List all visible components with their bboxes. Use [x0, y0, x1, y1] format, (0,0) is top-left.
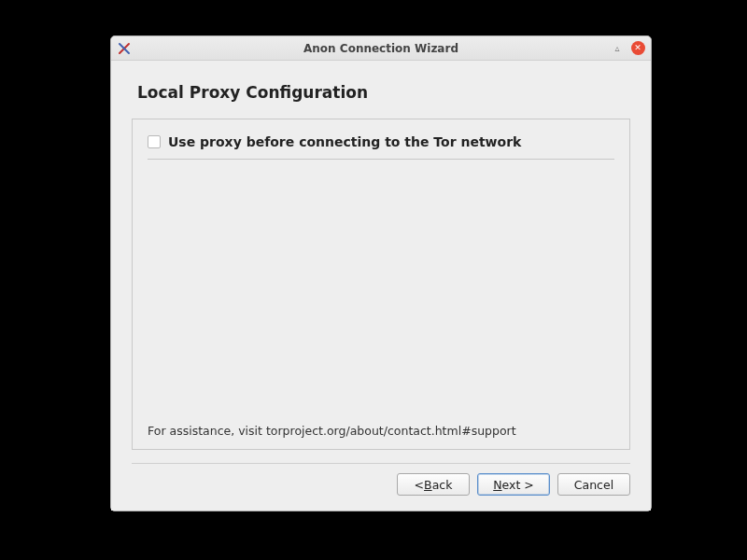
footer-divider — [132, 463, 630, 464]
page-title: Local Proxy Configuration — [137, 83, 630, 102]
next-button[interactable]: Next > — [477, 473, 550, 496]
use-proxy-label: Use proxy before connecting to the Tor n… — [168, 134, 521, 149]
use-proxy-row[interactable]: Use proxy before connecting to the Tor n… — [148, 134, 614, 149]
assistance-text: For assistance, visit torproject.org/abo… — [148, 424, 614, 438]
wizard-body: Local Proxy Configuration Use proxy befo… — [111, 61, 651, 511]
back-button[interactable]: < Back — [397, 473, 470, 496]
use-proxy-checkbox[interactable] — [148, 135, 161, 148]
button-row: < Back Next > Cancel — [132, 473, 630, 499]
content-panel: Use proxy before connecting to the Tor n… — [132, 119, 630, 450]
wizard-window: Anon Connection Wizard ▵ Local Proxy Con… — [110, 35, 652, 511]
close-button[interactable] — [630, 41, 645, 56]
app-icon — [117, 41, 132, 56]
titlebar[interactable]: Anon Connection Wizard ▵ — [111, 36, 651, 61]
minimize-button[interactable]: ▵ — [610, 41, 625, 56]
close-icon — [631, 41, 645, 55]
cancel-button[interactable]: Cancel — [557, 473, 630, 496]
minimize-icon: ▵ — [614, 44, 619, 53]
window-title: Anon Connection Wizard — [111, 42, 651, 55]
